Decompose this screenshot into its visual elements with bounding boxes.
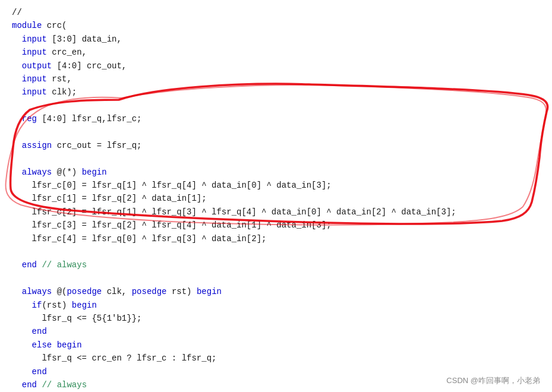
line-lfsr-c3: lfsr_c[3] = lfsr_q[2] ^ lfsr_q[4] ^ data…: [12, 219, 540, 232]
line-input-clk: input clk);: [12, 86, 540, 99]
line-blank2: [12, 126, 540, 139]
line-lfsr-c0: lfsr_c[0] = lfsr_q[1] ^ lfsr_q[4] ^ data…: [12, 179, 540, 192]
line-input-rst: input rst,: [12, 72, 540, 86]
line-blank5: [12, 272, 540, 285]
line-comment-top: //: [12, 6, 540, 19]
line-module: module crc(: [12, 19, 540, 32]
line-lfsr-q-assign: lfsr_q <= crc_en ? lfsr_c : lfsr_q;: [12, 352, 540, 365]
line-lfsr-c2: lfsr_c[2] = lfsr_q[1] ^ lfsr_q[3] ^ lfsr…: [12, 206, 540, 219]
line-always1: always @(*) begin: [12, 166, 540, 179]
line-blank3: [12, 152, 540, 165]
line-always2: always @(posedge clk, posedge rst) begin: [12, 285, 540, 298]
line-end-if: end: [12, 325, 540, 338]
line-lfsr-c4: lfsr_c[4] = lfsr_q[0] ^ lfsr_q[3] ^ data…: [12, 232, 540, 245]
line-input-crc-en: input crc_en,: [12, 46, 540, 59]
line-reg: reg [4:0] lfsr_q,lfsr_c;: [12, 112, 540, 125]
watermark: CSDN @咋回事啊，小老弟: [446, 375, 540, 386]
line-blank1: [12, 99, 540, 112]
line-lfsr-c1: lfsr_c[1] = lfsr_q[2] ^ data_in[1];: [12, 192, 540, 205]
line-output-crc-out: output [4:0] crc_out,: [12, 59, 540, 72]
line-if-rst: if(rst) begin: [12, 299, 540, 312]
line-lfsr-q-init: lfsr_q <= {5{1'b1}};: [12, 312, 540, 325]
line-assign: assign crc_out = lfsr_q;: [12, 139, 540, 152]
line-blank4: [12, 245, 540, 258]
line-else: else begin: [12, 339, 540, 352]
line-input-data: input [3:0] data_in,: [12, 33, 540, 46]
code-block: // module crc( input [3:0] data_in, inpu…: [0, 0, 552, 392]
line-end-always1: end // always: [12, 258, 540, 271]
